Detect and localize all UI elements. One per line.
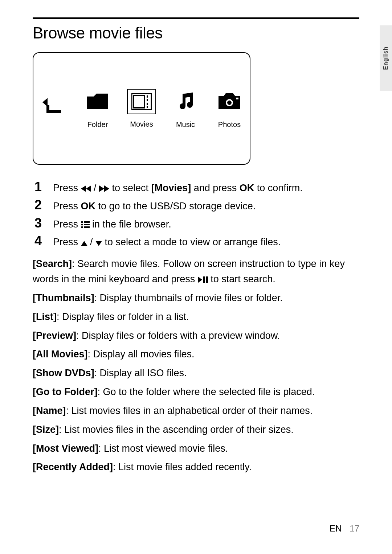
step-3: 3 Press in the file browser. — [33, 216, 359, 231]
step-text: Press / to select [Movies] and press OK … — [53, 181, 303, 195]
step-1: 1 Press / to select [Movies] and press O… — [33, 179, 359, 195]
step-text: Press in the file browser. — [53, 218, 171, 231]
step-text: Press OK to go to the USB/SD storage dev… — [53, 200, 256, 213]
options-list: [Search]: Search movie files. Follow on … — [33, 257, 359, 475]
page-footer: EN17 — [330, 524, 359, 534]
menu-list-icon — [81, 219, 90, 230]
step-number: 3 — [33, 216, 44, 231]
category-back — [37, 93, 71, 124]
svg-point-13 — [81, 223, 83, 225]
music-icon — [177, 89, 194, 114]
manual-page: English Browse movie files Folder — [0, 0, 392, 554]
svg-point-9 — [227, 100, 232, 105]
svg-rect-4 — [147, 95, 148, 98]
category-photos-label: Photos — [218, 120, 241, 129]
svg-rect-7 — [147, 106, 148, 108]
option-all-movies: [All Movies]: Display all movies files. — [33, 347, 359, 362]
step-number: 1 — [33, 179, 44, 194]
svg-point-11 — [81, 221, 83, 223]
option-go-to-folder: [Go to Folder]: Go to the folder where t… — [33, 385, 359, 400]
section-rule — [33, 17, 359, 19]
category-movies-label: Movies — [130, 120, 153, 128]
step-number: 4 — [33, 233, 44, 249]
play-pause-icon — [198, 274, 208, 284]
camera-icon — [219, 89, 240, 114]
option-name: [Name]: List movies files in an alphabet… — [33, 403, 359, 419]
svg-point-15 — [81, 226, 83, 228]
svg-rect-5 — [147, 99, 148, 101]
folder-icon — [87, 89, 108, 114]
category-browser: Folder Movies Music — [33, 52, 250, 165]
movie-icon — [127, 89, 156, 114]
svg-rect-0 — [46, 105, 49, 110]
option-list: [List]: Display files or folder in a lis… — [33, 309, 359, 325]
option-recently-added: [Recently Added]: List movie files added… — [33, 460, 359, 475]
category-movies: Movies — [124, 89, 159, 128]
category-folder-label: Folder — [87, 120, 108, 129]
step-4: 4 Press / to select a mode to view or ar… — [33, 233, 359, 249]
steps-list: 1 Press / to select [Movies] and press O… — [33, 179, 359, 249]
step-2: 2 Press OK to go to the USB/SD storage d… — [33, 197, 359, 213]
step-text: Press / to select a mode to view or arra… — [53, 235, 281, 249]
step-number: 2 — [33, 197, 44, 213]
svg-rect-10 — [236, 98, 238, 99]
option-preview: [Preview]: Display files or folders with… — [33, 328, 359, 344]
down-triangle-icon — [95, 237, 102, 247]
svg-rect-1 — [46, 110, 61, 113]
category-folder: Folder — [81, 89, 115, 129]
option-size: [Size]: List movies files in the ascendi… — [33, 422, 359, 438]
category-music-label: Music — [176, 120, 195, 129]
option-most-viewed: [Most Viewed]: List most viewed movie fi… — [33, 441, 359, 456]
svg-rect-17 — [203, 276, 205, 283]
svg-rect-3 — [134, 95, 144, 108]
rewind-icon — [81, 182, 91, 193]
footer-page-number: 17 — [350, 524, 359, 533]
category-music: Music — [168, 89, 203, 129]
option-search: [Search]: Search movie files. Follow on … — [33, 257, 359, 287]
svg-rect-12 — [84, 221, 90, 223]
svg-rect-6 — [147, 103, 148, 105]
svg-rect-16 — [84, 226, 90, 228]
option-show-dvds: [Show DVDs]: Display all ISO files. — [33, 366, 359, 381]
svg-rect-14 — [84, 224, 90, 225]
back-arrow-icon — [42, 93, 65, 118]
up-triangle-icon — [81, 237, 87, 247]
fast-forward-icon — [99, 182, 109, 193]
language-tab-label: English — [383, 46, 389, 70]
page-title: Browse movie files — [33, 24, 359, 42]
footer-lang: EN — [330, 524, 342, 533]
category-photos: Photos — [212, 89, 247, 129]
language-tab: English — [380, 25, 392, 91]
option-thumbnails: [Thumbnails]: Display thumbnails of movi… — [33, 291, 359, 306]
